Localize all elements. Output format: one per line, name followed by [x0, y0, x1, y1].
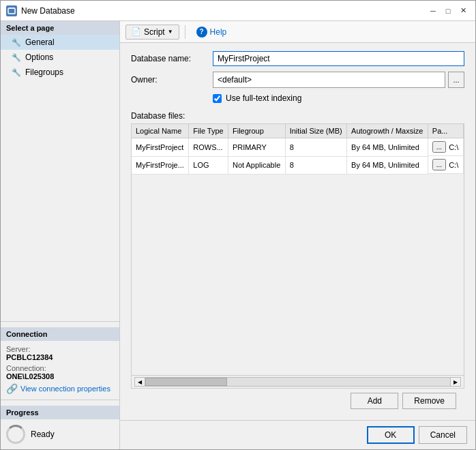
sidebar-item-filegroups[interactable]: 🔧 Filegroups	[1, 65, 119, 80]
row-browse-button-0[interactable]: ...	[432, 141, 446, 153]
owner-row: Owner: ...	[131, 72, 464, 88]
files-table: Logical Name File Type Filegroup Initial…	[132, 124, 464, 175]
add-remove-area: Add Remove	[131, 389, 464, 412]
browse-button[interactable]: ...	[448, 72, 464, 88]
db-name-row: Database name:	[131, 51, 464, 66]
title-bar-left: New Database	[6, 5, 75, 16]
connection-section: Connection Server: PCBLC12384 Connection…	[1, 321, 119, 400]
row-browse-button-1[interactable]: ...	[432, 159, 446, 170]
sidebar-bottom: Connection Server: PCBLC12384 Connection…	[1, 321, 119, 449]
cell-autogrowth-1: By 64 MB, Unlimited	[347, 156, 428, 174]
cell-file-type-1: LOG	[189, 156, 228, 174]
server-label: Server:	[6, 345, 114, 353]
sidebar-item-options[interactable]: 🔧 Options	[1, 50, 119, 65]
right-panel: 📄 Script ▼ ? Help Database name:	[120, 21, 475, 449]
minimize-button[interactable]: ─	[426, 4, 440, 18]
svg-rect-2	[12, 7, 14, 9]
cancel-button[interactable]: Cancel	[419, 426, 467, 444]
window-title: New Database	[21, 6, 75, 16]
main-content: Select a page 🔧 General 🔧 Options 🔧 File…	[1, 21, 475, 449]
cell-file-type-0: ROWS...	[189, 138, 228, 157]
ok-button[interactable]: OK	[367, 426, 415, 444]
server-value: PCBLC12384	[6, 353, 114, 361]
col-logical-name: Logical Name	[132, 124, 189, 138]
script-icon: 📄	[132, 27, 141, 36]
db-files-label: Database files:	[131, 111, 464, 121]
progress-area: Ready	[6, 425, 114, 444]
table-scroll-wrapper[interactable]: Logical Name File Type Filegroup Initial…	[132, 124, 464, 375]
scrollbar-area: ◀ ▶	[132, 375, 464, 388]
cell-path-0: C:\	[449, 143, 458, 151]
progress-status: Ready	[31, 430, 55, 439]
owner-input[interactable]	[213, 72, 445, 88]
form-area: Database name: Owner: ... Use full-text …	[120, 43, 475, 420]
cell-initial-size-1: 8	[285, 156, 346, 174]
scroll-right-arrow[interactable]: ▶	[450, 377, 461, 387]
script-button[interactable]: 📄 Script ▼	[125, 25, 179, 40]
help-button[interactable]: ? Help	[191, 25, 233, 40]
cell-filegroup-1: Not Applicable	[228, 156, 285, 174]
cell-logical-name-0: MyFirstProject	[132, 138, 189, 157]
fulltext-checkbox[interactable]	[213, 94, 222, 103]
bottom-buttons: OK Cancel	[120, 420, 475, 449]
fulltext-row: Use full-text indexing	[131, 93, 464, 103]
col-autogrowth: Autogrowth / Maxsize	[347, 124, 428, 138]
script-label: Script	[144, 27, 165, 37]
fulltext-label: Use full-text indexing	[226, 93, 301, 103]
remove-button[interactable]: Remove	[402, 393, 456, 409]
table-row[interactable]: MyFirstProject ROWS... PRIMARY 8 By 64 M…	[132, 138, 464, 157]
col-path: Pa...	[428, 124, 463, 138]
cell-logical-name-1: MyFirstProje...	[132, 156, 189, 174]
link-icon: 🔗	[6, 383, 18, 394]
sidebar-section-title: Select a page	[1, 21, 119, 35]
sidebar-item-filegroups-label: Filegroups	[25, 68, 63, 77]
owner-label: Owner:	[131, 75, 213, 85]
cell-autogrowth-0: By 64 MB, Unlimited	[347, 138, 428, 157]
cell-initial-size-0: 8	[285, 138, 346, 157]
options-icon: 🔧	[12, 53, 21, 62]
help-label: Help	[210, 27, 227, 37]
owner-input-wrapper: ...	[213, 72, 464, 88]
connection-title: Connection	[1, 327, 119, 341]
cell-filegroup-0: PRIMARY	[228, 138, 285, 157]
db-name-input[interactable]	[213, 51, 464, 66]
cell-path-1: C:\	[449, 161, 458, 169]
sidebar-item-options-label: Options	[25, 52, 53, 62]
table-row[interactable]: MyFirstProje... LOG Not Applicable 8 By …	[132, 156, 464, 174]
files-table-container: Logical Name File Type Filegroup Initial…	[131, 123, 464, 389]
sidebar-item-general[interactable]: 🔧 General	[1, 35, 119, 50]
toolbar: 📄 Script ▼ ? Help	[120, 21, 475, 43]
script-dropdown-icon: ▼	[168, 29, 173, 35]
scroll-track[interactable]	[145, 377, 450, 387]
progress-title: Progress	[1, 406, 119, 419]
db-name-input-wrapper	[213, 51, 464, 66]
title-bar-controls: ─ □ ✕	[426, 4, 470, 18]
cell-browse-1[interactable]: ... C:\	[428, 156, 464, 174]
help-icon: ?	[196, 27, 207, 38]
connection-value: ONE\L025308	[6, 372, 114, 380]
progress-section: Progress Ready	[1, 400, 119, 449]
scroll-thumb[interactable]	[145, 378, 227, 386]
scroll-left-arrow[interactable]: ◀	[134, 377, 145, 387]
sidebar: Select a page 🔧 General 🔧 Options 🔧 File…	[1, 21, 120, 449]
close-button[interactable]: ✕	[456, 4, 470, 18]
svg-rect-1	[10, 7, 11, 9]
sidebar-item-general-label: General	[25, 38, 55, 47]
col-initial-size: Initial Size (MB)	[285, 124, 346, 138]
toolbar-separator	[185, 25, 185, 39]
wrench-icon: 🔧	[12, 38, 21, 47]
col-filegroup: Filegroup	[228, 124, 285, 138]
progress-spinner	[6, 425, 25, 444]
main-window: New Database ─ □ ✕ Select a page 🔧 Gener…	[0, 0, 476, 450]
connection-label: Connection:	[6, 364, 114, 372]
view-connection-link[interactable]: 🔗 View connection properties	[6, 383, 114, 394]
view-connection-text: View connection properties	[20, 385, 110, 393]
db-name-label: Database name:	[131, 54, 213, 63]
col-file-type: File Type	[189, 124, 228, 138]
maximize-button[interactable]: □	[441, 4, 455, 18]
app-icon	[6, 5, 17, 16]
add-button[interactable]: Add	[351, 393, 398, 409]
title-bar: New Database ─ □ ✕	[1, 1, 475, 21]
svg-rect-0	[8, 8, 15, 14]
cell-browse-0[interactable]: ... C:\	[428, 138, 464, 156]
